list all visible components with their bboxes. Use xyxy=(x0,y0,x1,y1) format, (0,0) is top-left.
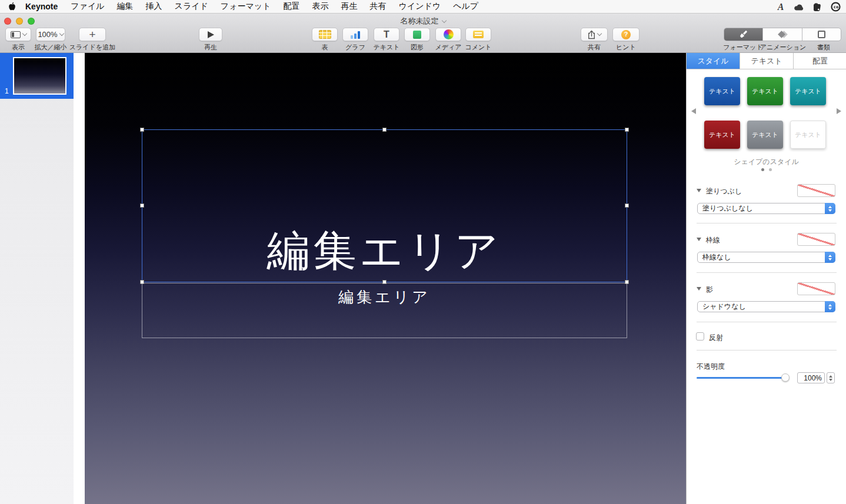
opacity-slider[interactable] xyxy=(697,377,785,379)
window-layout-icon xyxy=(11,31,21,38)
title-chevron-down-icon[interactable] xyxy=(441,18,446,23)
creative-cloud-icon[interactable] xyxy=(830,2,841,12)
style-swatch-white[interactable]: テキスト xyxy=(790,121,826,149)
page-dot[interactable] xyxy=(769,168,772,171)
fill-dropdown-value: 塗りつぶしなし xyxy=(698,203,825,213)
tab-style[interactable]: スタイル xyxy=(687,53,740,69)
menu-app-name[interactable]: Keynote xyxy=(25,2,58,11)
menu-item-view[interactable]: 表示 xyxy=(312,1,329,12)
tips-button[interactable] xyxy=(612,28,640,41)
play-icon xyxy=(208,31,214,38)
opacity-value-field[interactable] xyxy=(797,372,825,383)
reflection-checkbox[interactable] xyxy=(696,332,704,341)
swatch-label: テキスト xyxy=(709,131,735,139)
menu-bar: Keynote ファイル 編集 挿入 スライド フォーマット 配置 表示 再生 … xyxy=(0,0,846,14)
animate-tab[interactable] xyxy=(763,28,802,41)
canvas-gutter xyxy=(74,53,85,504)
help-icon xyxy=(621,30,631,39)
menu-item-format[interactable]: フォーマット xyxy=(221,1,271,12)
title-selection-box[interactable]: 編集エリア xyxy=(142,129,627,282)
fill-dropdown[interactable]: 塗りつぶしなし xyxy=(697,203,835,214)
toolbar: 名称未設定 表示 100% 拡大／縮小 スライドを追加 再生 表 グラフ テキス… xyxy=(0,14,846,53)
view-button[interactable] xyxy=(5,28,31,41)
slide-subtitle-text[interactable]: 編集エリア xyxy=(142,287,627,308)
insert-media-button[interactable] xyxy=(435,28,461,41)
stepper-icon xyxy=(825,301,835,312)
insert-chart-button[interactable] xyxy=(342,28,368,41)
opacity-stepper[interactable] xyxy=(827,372,835,383)
style-swatch-red[interactable]: テキスト xyxy=(704,121,740,149)
apple-menu-icon[interactable] xyxy=(8,2,16,11)
style-swatch-gray[interactable]: テキスト xyxy=(747,121,783,149)
page-dot-active[interactable] xyxy=(761,168,764,171)
inspector-tab-bar: スタイル テキスト 配置 xyxy=(687,53,846,69)
media-icon xyxy=(444,29,454,39)
menu-item-arrange[interactable]: 配置 xyxy=(284,1,300,12)
shadow-dropdown-value: シャドウなし xyxy=(698,302,825,312)
style-page-next-icon[interactable] xyxy=(837,108,841,114)
style-swatch-blue[interactable]: テキスト xyxy=(704,77,740,105)
menu-item-share[interactable]: 共有 xyxy=(370,1,387,12)
fill-disclosure-icon[interactable] xyxy=(697,189,701,192)
slide-navigator: 1 xyxy=(0,53,74,504)
resize-handle-top-right[interactable] xyxy=(625,128,629,132)
document-title[interactable]: 名称未設定 xyxy=(401,16,439,25)
menu-item-slide[interactable]: スライド xyxy=(175,1,208,12)
play-button[interactable] xyxy=(199,28,222,41)
slide-thumbnail[interactable] xyxy=(13,57,66,95)
cloud-icon[interactable] xyxy=(793,2,805,12)
subtitle-placeholder-box[interactable]: 編集エリア xyxy=(142,283,627,338)
menu-item-play[interactable]: 再生 xyxy=(341,1,358,12)
border-dropdown[interactable]: 枠線なし xyxy=(697,252,835,263)
insert-text-button[interactable] xyxy=(374,28,399,41)
border-disclosure-icon[interactable] xyxy=(697,238,701,241)
tab-text[interactable]: テキスト xyxy=(740,53,794,69)
document-tab[interactable] xyxy=(802,28,841,41)
menu-item-insert[interactable]: 挿入 xyxy=(146,1,162,12)
swatch-label: テキスト xyxy=(795,87,821,96)
document-tab-label: 書類 xyxy=(806,43,841,52)
comment-label: コメント xyxy=(461,43,496,52)
evernote-icon[interactable] xyxy=(811,2,823,12)
resize-handle-top-left[interactable] xyxy=(140,128,144,132)
menu-status-icons: A xyxy=(775,0,841,14)
zoom-button[interactable]: 100% xyxy=(36,28,65,41)
divider xyxy=(697,350,837,351)
comment-button[interactable] xyxy=(465,28,491,41)
resize-handle-top-center[interactable] xyxy=(382,128,387,132)
swatch-label: テキスト xyxy=(709,87,735,96)
menu-item-help[interactable]: ヘルプ xyxy=(453,1,478,12)
shadow-color-well[interactable] xyxy=(797,282,835,295)
style-page-prev-icon[interactable] xyxy=(691,108,696,114)
font-app-icon[interactable]: A xyxy=(775,2,787,12)
resize-handle-mid-left[interactable] xyxy=(140,203,144,208)
resize-handle-mid-right[interactable] xyxy=(625,203,629,208)
style-swatch-green[interactable]: テキスト xyxy=(747,77,783,105)
paintbrush-icon xyxy=(738,29,748,39)
chevron-down-icon xyxy=(597,31,601,36)
tab-arrange[interactable]: 配置 xyxy=(794,53,846,69)
fill-color-well[interactable] xyxy=(797,184,835,197)
share-button[interactable] xyxy=(581,28,608,41)
reflection-label: 反射 xyxy=(709,333,723,343)
shadow-disclosure-icon[interactable] xyxy=(697,287,701,291)
menu-item-window[interactable]: ウインドウ xyxy=(399,1,441,12)
insert-table-button[interactable] xyxy=(312,28,338,41)
insert-shape-button[interactable] xyxy=(404,28,430,41)
opacity-slider-thumb[interactable] xyxy=(781,373,790,382)
slide-title-text[interactable]: 編集エリア xyxy=(142,222,627,281)
insert-text-label: テキスト xyxy=(369,43,404,52)
style-swatch-teal[interactable]: テキスト xyxy=(790,77,826,105)
menu-item-edit[interactable]: 編集 xyxy=(117,1,134,12)
menu-item-file[interactable]: ファイル xyxy=(71,1,104,12)
slide-canvas[interactable]: 編集エリア 編集エリア xyxy=(85,53,686,504)
shadow-dropdown[interactable]: シャドウなし xyxy=(697,301,835,312)
border-color-well[interactable] xyxy=(797,233,835,246)
format-tab[interactable] xyxy=(724,28,763,41)
border-section-label: 枠線 xyxy=(706,235,720,245)
add-slide-button[interactable] xyxy=(79,28,106,41)
slide-navigator-selection[interactable]: 1 xyxy=(0,53,74,99)
add-slide-label: スライドを追加 xyxy=(63,43,122,52)
shadow-section-label: 影 xyxy=(706,285,713,295)
format-inspector: スタイル テキスト 配置 テキスト テキスト テキスト テキスト テキスト テキ… xyxy=(686,53,846,504)
